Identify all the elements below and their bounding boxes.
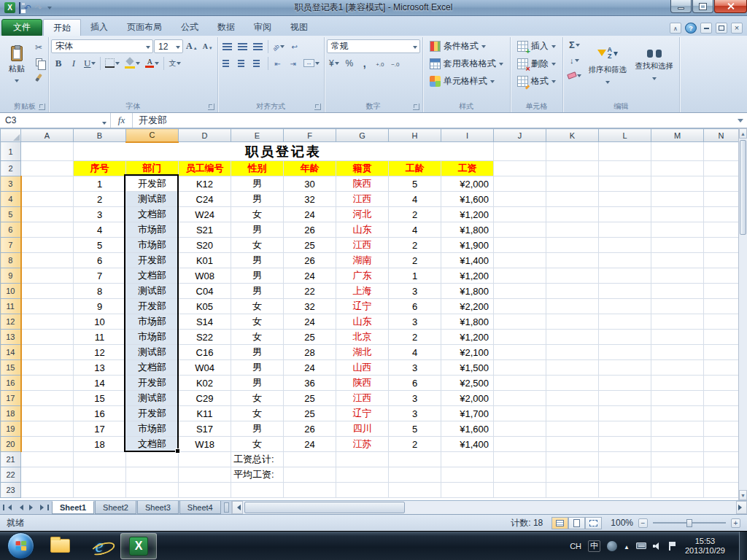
row-header-7[interactable]: 7 bbox=[1, 238, 21, 253]
tab-页面布局[interactable]: 页面布局 bbox=[117, 19, 171, 36]
cell[interactable] bbox=[494, 314, 546, 330]
cell[interactable]: 4 bbox=[389, 222, 441, 238]
accounting-format-button[interactable] bbox=[327, 56, 341, 70]
format-as-table-button[interactable]: 套用表格格式 bbox=[425, 55, 508, 71]
cell[interactable] bbox=[704, 238, 739, 253]
cell[interactable] bbox=[546, 176, 599, 192]
cell[interactable]: 14 bbox=[74, 376, 126, 391]
cell[interactable] bbox=[546, 391, 599, 406]
speaker-icon[interactable] bbox=[653, 542, 662, 551]
column-header-L[interactable]: L bbox=[599, 129, 651, 142]
cell[interactable]: 4 bbox=[389, 345, 441, 360]
grow-font-button[interactable]: A bbox=[184, 39, 200, 53]
shrink-font-button[interactable]: A bbox=[201, 39, 215, 53]
cell[interactable]: ¥1,200 bbox=[441, 330, 494, 345]
cell[interactable] bbox=[494, 330, 546, 345]
cell[interactable] bbox=[441, 467, 494, 483]
cell[interactable]: 开发部 bbox=[126, 376, 179, 391]
cell[interactable]: 17 bbox=[74, 421, 126, 437]
cell[interactable]: 市场部 bbox=[126, 222, 179, 238]
cell[interactable]: ¥2,000 bbox=[441, 176, 494, 192]
cell[interactable]: 9 bbox=[74, 299, 126, 314]
cell[interactable] bbox=[546, 192, 599, 207]
table-header-cell[interactable]: 籍贯 bbox=[336, 161, 389, 176]
cell[interactable]: 25 bbox=[284, 330, 336, 345]
cell[interactable]: W18 bbox=[179, 437, 231, 452]
cell[interactable]: 文档部 bbox=[126, 437, 179, 452]
align-right-button[interactable] bbox=[251, 56, 266, 70]
cell[interactable]: 24 bbox=[284, 207, 336, 222]
next-sheet-button[interactable] bbox=[26, 502, 38, 513]
cell[interactable] bbox=[336, 483, 389, 498]
zoom-slider[interactable] bbox=[653, 522, 726, 524]
cell[interactable]: C29 bbox=[179, 391, 231, 406]
cell[interactable]: 11 bbox=[74, 330, 126, 345]
font-size-combo[interactable]: 12 bbox=[154, 39, 183, 53]
column-header-C[interactable]: C bbox=[126, 129, 179, 142]
cell[interactable] bbox=[21, 421, 74, 437]
cell[interactable]: ¥1,800 bbox=[441, 314, 494, 330]
table-header-cell[interactable]: 工龄 bbox=[389, 161, 441, 176]
cell[interactable] bbox=[546, 299, 599, 314]
cell[interactable]: 25 bbox=[284, 406, 336, 421]
cell[interactable]: 4 bbox=[389, 192, 441, 207]
cell[interactable] bbox=[336, 467, 389, 483]
cell[interactable]: 山东 bbox=[336, 222, 389, 238]
column-header-E[interactable]: E bbox=[231, 129, 284, 142]
cell[interactable]: 开发部 bbox=[126, 299, 179, 314]
tab-审阅[interactable]: 审阅 bbox=[244, 19, 281, 36]
cell[interactable]: 3 bbox=[389, 314, 441, 330]
cell[interactable] bbox=[546, 207, 599, 222]
cell[interactable]: 山西 bbox=[336, 360, 389, 376]
cell[interactable]: 2 bbox=[389, 238, 441, 253]
cell[interactable] bbox=[21, 314, 74, 330]
column-header-B[interactable]: B bbox=[74, 129, 126, 142]
sheet-tab-sheet1[interactable]: Sheet1 bbox=[52, 501, 94, 514]
first-sheet-button[interactable] bbox=[1, 502, 13, 513]
cell[interactable] bbox=[599, 222, 651, 238]
cell[interactable] bbox=[599, 253, 651, 268]
cell[interactable] bbox=[336, 452, 389, 467]
cell[interactable] bbox=[599, 437, 651, 452]
cell[interactable]: 24 bbox=[284, 437, 336, 452]
column-header-G[interactable]: G bbox=[336, 129, 389, 142]
cell[interactable] bbox=[494, 406, 546, 421]
cell[interactable]: 男 bbox=[231, 268, 284, 284]
cell[interactable]: 女 bbox=[231, 207, 284, 222]
cell[interactable]: 18 bbox=[74, 437, 126, 452]
cell[interactable] bbox=[546, 452, 599, 467]
cell[interactable]: ¥1,200 bbox=[441, 207, 494, 222]
cell[interactable]: 江苏 bbox=[336, 437, 389, 452]
tab-公式[interactable]: 公式 bbox=[171, 19, 208, 36]
cell[interactable] bbox=[599, 376, 651, 391]
tab-数据[interactable]: 数据 bbox=[208, 19, 244, 36]
cell[interactable] bbox=[651, 345, 704, 360]
cell[interactable]: 江西 bbox=[336, 238, 389, 253]
phonetic-guide-button[interactable] bbox=[166, 56, 183, 70]
cell[interactable] bbox=[441, 483, 494, 498]
tab-file[interactable]: 文件 bbox=[1, 19, 42, 36]
workbook-minimize-button[interactable] bbox=[700, 23, 712, 34]
cell[interactable]: K02 bbox=[179, 376, 231, 391]
table-header-cell[interactable]: 性别 bbox=[231, 161, 284, 176]
cell[interactable] bbox=[651, 284, 704, 299]
cell[interactable] bbox=[21, 161, 74, 176]
cell[interactable]: 女 bbox=[231, 437, 284, 452]
cell[interactable]: 6 bbox=[389, 376, 441, 391]
cell[interactable]: 文档部 bbox=[126, 268, 179, 284]
insert-function-button[interactable]: fx bbox=[111, 113, 133, 128]
number-format-combo[interactable]: 常规 bbox=[327, 39, 420, 53]
workbook-close-button[interactable] bbox=[731, 23, 743, 34]
cell[interactable]: 男 bbox=[231, 192, 284, 207]
cell[interactable]: ¥2,000 bbox=[441, 391, 494, 406]
cell[interactable]: ¥1,400 bbox=[441, 437, 494, 452]
cell[interactable] bbox=[494, 222, 546, 238]
find-select-button[interactable]: 查找和选择 bbox=[632, 38, 677, 92]
cell[interactable] bbox=[494, 207, 546, 222]
cell[interactable]: 江西 bbox=[336, 192, 389, 207]
cell[interactable] bbox=[651, 360, 704, 376]
cell[interactable] bbox=[494, 437, 546, 452]
cell[interactable]: 2 bbox=[389, 330, 441, 345]
cell[interactable] bbox=[21, 437, 74, 452]
paste-button[interactable]: 粘贴 bbox=[4, 38, 30, 92]
